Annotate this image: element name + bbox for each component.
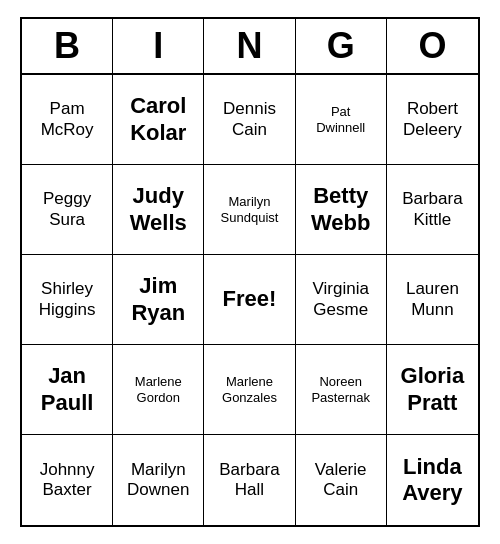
bingo-cell: JohnnyBaxter: [22, 435, 113, 525]
cell-text: MarilynSundquist: [221, 194, 279, 225]
cell-text: BarbaraKittle: [402, 189, 462, 230]
bingo-cell: JudyWells: [113, 165, 204, 255]
header-letter: N: [204, 19, 295, 73]
cell-text: LaurenMunn: [406, 279, 459, 320]
bingo-cell: PamMcRoy: [22, 75, 113, 165]
cell-text: PeggySura: [43, 189, 91, 230]
cell-text: ShirleyHiggins: [39, 279, 96, 320]
bingo-card: BINGO PamMcRoyCarolKolarDennisCainPatDwi…: [20, 17, 480, 527]
bingo-cell: JimRyan: [113, 255, 204, 345]
bingo-cell: MarilynDownen: [113, 435, 204, 525]
bingo-cell: MarilynSundquist: [204, 165, 295, 255]
cell-text: JohnnyBaxter: [40, 460, 95, 501]
cell-text: VirginiaGesme: [313, 279, 369, 320]
bingo-cell: RobertDeleery: [387, 75, 478, 165]
bingo-cell: BarbaraKittle: [387, 165, 478, 255]
cell-text: MarleneGonzales: [222, 374, 277, 405]
header-letter: B: [22, 19, 113, 73]
bingo-cell: Free!: [204, 255, 295, 345]
cell-text: JanPaull: [41, 363, 94, 416]
bingo-cell: BarbaraHall: [204, 435, 295, 525]
cell-text: CarolKolar: [130, 93, 186, 146]
bingo-cell: VirginiaGesme: [296, 255, 387, 345]
bingo-cell: PeggySura: [22, 165, 113, 255]
cell-text: Free!: [223, 286, 277, 312]
bingo-grid: PamMcRoyCarolKolarDennisCainPatDwinnellR…: [22, 75, 478, 525]
header-letter: O: [387, 19, 478, 73]
bingo-cell: ValerieCain: [296, 435, 387, 525]
bingo-cell: MarleneGordon: [113, 345, 204, 435]
bingo-cell: BettyWebb: [296, 165, 387, 255]
bingo-cell: NoreenPasternak: [296, 345, 387, 435]
cell-text: NoreenPasternak: [311, 374, 370, 405]
cell-text: BettyWebb: [311, 183, 370, 236]
cell-text: MarleneGordon: [135, 374, 182, 405]
cell-text: PamMcRoy: [41, 99, 94, 140]
bingo-cell: JanPaull: [22, 345, 113, 435]
cell-text: DennisCain: [223, 99, 276, 140]
cell-text: RobertDeleery: [403, 99, 462, 140]
bingo-cell: ShirleyHiggins: [22, 255, 113, 345]
bingo-cell: MarleneGonzales: [204, 345, 295, 435]
bingo-cell: CarolKolar: [113, 75, 204, 165]
cell-text: MarilynDownen: [127, 460, 189, 501]
cell-text: BarbaraHall: [219, 460, 279, 501]
cell-text: JimRyan: [131, 273, 185, 326]
bingo-header: BINGO: [22, 19, 478, 75]
bingo-cell: GloriaPratt: [387, 345, 478, 435]
bingo-cell: LindaAvery: [387, 435, 478, 525]
cell-text: ValerieCain: [315, 460, 367, 501]
bingo-cell: DennisCain: [204, 75, 295, 165]
header-letter: I: [113, 19, 204, 73]
cell-text: PatDwinnell: [316, 104, 365, 135]
cell-text: JudyWells: [130, 183, 187, 236]
cell-text: GloriaPratt: [401, 363, 465, 416]
cell-text: LindaAvery: [402, 454, 462, 507]
bingo-cell: LaurenMunn: [387, 255, 478, 345]
header-letter: G: [296, 19, 387, 73]
bingo-cell: PatDwinnell: [296, 75, 387, 165]
